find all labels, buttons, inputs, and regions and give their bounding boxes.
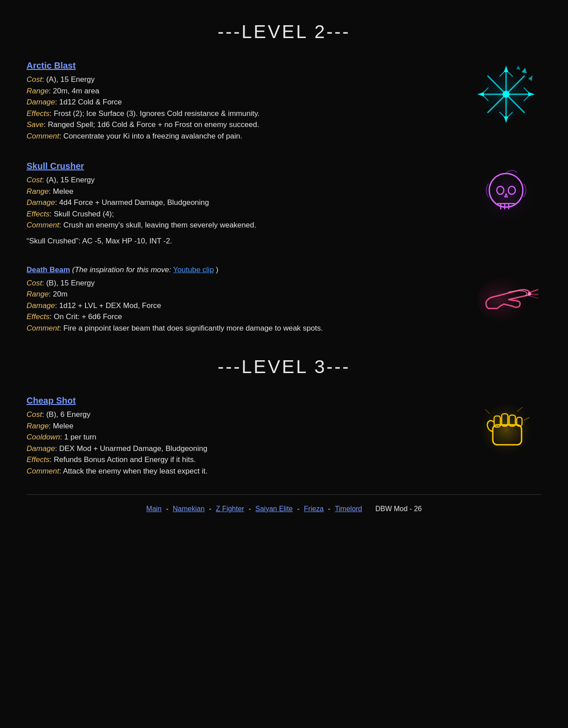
- cheap-shot-effects: Effects: Refunds Bonus Action and Energy…: [27, 454, 462, 466]
- arctic-blast-comment: Comment: Concentrate your Ki into a free…: [27, 131, 462, 142]
- arctic-blast-name[interactable]: Arctic Blast: [27, 59, 462, 72]
- death-beam-comment: Comment: Fire a pinpoint laser beam that…: [27, 323, 462, 334]
- svg-marker-19: [528, 75, 533, 81]
- svg-marker-20: [516, 65, 520, 70]
- cheap-shot-comment: Comment: Attack the enemy when they leas…: [27, 466, 462, 477]
- skull-crusher-name[interactable]: Skull Crusher: [27, 159, 462, 173]
- level2-title: ---LEVEL 2---: [27, 18, 541, 46]
- cheap-shot-name[interactable]: Cheap Shot: [27, 394, 462, 407]
- cheap-shot-range: Range: Melee: [27, 420, 462, 432]
- skull-crusher-range: Range: Melee: [27, 186, 462, 197]
- svg-point-29: [477, 277, 530, 322]
- skill-cheap-shot-text: Cheap Shot Cost: (B), 6 Energy Range: Me…: [27, 394, 471, 477]
- svg-marker-18: [522, 68, 527, 73]
- skill-skull-crusher: Skull Crusher Cost: (A), 15 Energy Range…: [27, 159, 541, 247]
- skull-crusher-note: “Skull Crushed”: AC -5, Max HP -10, INT …: [27, 235, 541, 247]
- skill-skull-crusher-text: Skull Crusher Cost: (A), 15 Energy Range…: [27, 159, 471, 231]
- cheap-shot-icon: [471, 394, 541, 465]
- footer: Main - Namekian - Z Fighter - Saiyan Eli…: [27, 494, 541, 519]
- skill-arctic-blast-text: Arctic Blast Cost: (A), 15 Energy Range:…: [27, 59, 471, 142]
- death-beam-effects: Effects: On Crit: + 6d6 Force: [27, 311, 462, 323]
- death-beam-link[interactable]: Youtube clip: [173, 266, 214, 274]
- footer-page-label: DBW Mod - 26: [376, 504, 422, 514]
- svg-point-17: [503, 91, 510, 98]
- skull-crusher-icon: [471, 159, 541, 230]
- arctic-blast-save: Save: Ranged Spell; 1d6 Cold & Force + n…: [27, 119, 462, 131]
- arctic-blast-range: Range: 20m, 4m area: [27, 85, 462, 97]
- cheap-shot-cooldown: Cooldown: 1 per turn: [27, 431, 462, 443]
- level3-title: ---LEVEL 3---: [27, 353, 541, 381]
- arctic-blast-damage: Damage: 1d12 Cold & Force: [27, 96, 462, 108]
- death-beam-damage: Damage: 1d12 + LVL + DEX Mod, Force: [27, 300, 462, 312]
- skill-arctic-blast: Arctic Blast Cost: (A), 15 Energy Range:…: [27, 59, 541, 142]
- footer-link-namekian[interactable]: Namekian: [173, 504, 205, 514]
- arctic-blast-effects: Effects: Frost (2); Ice Surface (3). Ign…: [27, 108, 462, 119]
- svg-point-34: [480, 403, 533, 456]
- footer-link-timelord[interactable]: Timelord: [335, 504, 362, 514]
- death-beam-cost: Cost: (B), 15 Energy: [27, 277, 462, 289]
- cheap-shot-damage: Damage: DEX Mod + Unarmed Damage, Bludge…: [27, 443, 462, 455]
- skull-crusher-cost: Cost: (A), 15 Energy: [27, 174, 462, 186]
- death-beam-name[interactable]: Death Beam: [27, 266, 70, 274]
- skull-crusher-comment: Comment: Crush an enemy's skull, leaving…: [27, 220, 462, 231]
- death-beam-title-row: Death Beam (The inspiration for this mov…: [27, 264, 462, 276]
- skill-death-beam-text: Death Beam (The inspiration for this mov…: [27, 264, 471, 334]
- arctic-blast-icon: [471, 59, 541, 130]
- cheap-shot-cost: Cost: (B), 6 Energy: [27, 409, 462, 420]
- death-beam-icon: [471, 264, 541, 335]
- skill-cheap-shot: Cheap Shot Cost: (B), 6 Energy Range: Me…: [27, 394, 541, 477]
- footer-link-main[interactable]: Main: [146, 504, 162, 514]
- skull-crusher-effects: Effects: Skull Crushed (4);: [27, 208, 462, 220]
- skill-death-beam: Death Beam (The inspiration for this mov…: [27, 264, 541, 335]
- footer-link-frieza[interactable]: Frieza: [304, 504, 323, 514]
- svg-point-33: [528, 292, 531, 296]
- skull-crusher-damage: Damage: 4d4 Force + Unarmed Damage, Blud…: [27, 197, 462, 208]
- death-beam-range: Range: 20m: [27, 289, 462, 300]
- footer-link-zfighter[interactable]: Z Fighter: [216, 504, 244, 514]
- footer-link-sayanelite[interactable]: Saiyan Elite: [255, 504, 293, 514]
- arctic-blast-cost: Cost: (A), 15 Energy: [27, 74, 462, 85]
